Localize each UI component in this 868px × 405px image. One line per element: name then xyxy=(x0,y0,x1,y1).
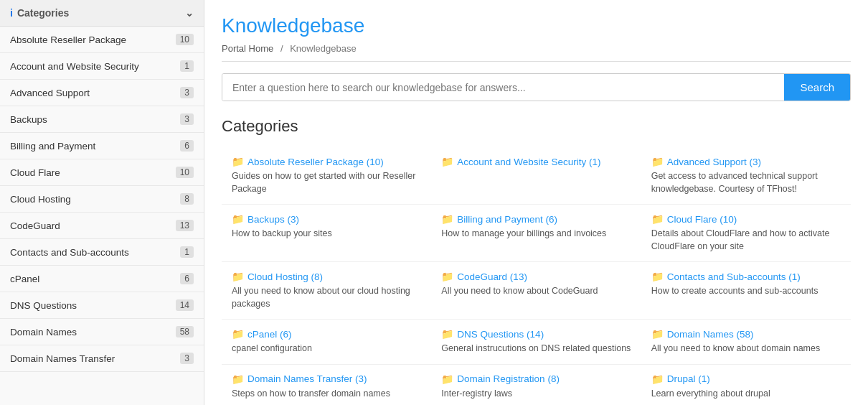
category-link[interactable]: 📁 Domain Names (58) xyxy=(651,328,841,340)
sidebar-item-count: 58 xyxy=(176,326,194,338)
categories-grid: 📁 Absolute Reseller Package (10) Guides … xyxy=(222,147,851,405)
category-link[interactable]: 📁 Contacts and Sub-accounts (1) xyxy=(651,271,841,282)
category-desc: Guides on how to get started with our Re… xyxy=(232,170,421,195)
category-name: Account and Website Security (1) xyxy=(457,157,600,167)
category-link[interactable]: 📁 Domain Registration (8) xyxy=(441,373,631,385)
sidebar-header-label: Categories xyxy=(17,7,69,19)
sidebar-item[interactable]: cPanel6 xyxy=(0,266,204,292)
category-cell: 📁 Absolute Reseller Package (10) Guides … xyxy=(222,147,431,205)
category-link[interactable]: 📁 Drupal (1) xyxy=(651,373,841,385)
category-link[interactable]: 📁 Cloud Hosting (8) xyxy=(232,271,421,282)
category-link[interactable]: 📁 Backups (3) xyxy=(232,213,421,225)
category-link[interactable]: 📁 Absolute Reseller Package (10) xyxy=(232,156,421,167)
sidebar-item-count: 3 xyxy=(180,353,194,364)
breadcrumb-home[interactable]: Portal Home xyxy=(222,43,273,54)
chevron-up-icon[interactable]: ⌄ xyxy=(185,7,194,19)
breadcrumb-separator: / xyxy=(280,43,283,54)
search-button[interactable]: Search xyxy=(784,74,850,101)
sidebar-item[interactable]: DNS Questions14 xyxy=(0,292,204,319)
category-link[interactable]: 📁 Advanced Support (3) xyxy=(651,156,841,167)
sidebar-header: i Categories ⌄ xyxy=(0,0,204,27)
sidebar-item-count: 3 xyxy=(180,113,194,125)
folder-icon: 📁 xyxy=(651,328,664,340)
sidebar-item-count: 10 xyxy=(176,167,194,178)
category-name: Absolute Reseller Package (10) xyxy=(247,157,384,167)
category-cell: 📁 Domain Registration (8) Inter-registry… xyxy=(431,365,641,406)
sidebar-item-label: cPanel xyxy=(10,274,39,284)
sidebar-item-count: 8 xyxy=(180,193,194,205)
category-desc: Learn everything about drupal xyxy=(651,388,841,401)
category-cell: 📁 cPanel (6) cpanel configuration xyxy=(222,320,431,365)
sidebar-item[interactable]: Cloud Hosting8 xyxy=(0,186,204,213)
info-icon: i xyxy=(10,7,13,19)
folder-icon: 📁 xyxy=(651,156,664,167)
main-content: Knowledgebase Portal Home / Knowledgebas… xyxy=(204,0,868,405)
category-cell: 📁 Drupal (1) Learn everything about drup… xyxy=(641,365,851,406)
sidebar-items-list: Absolute Reseller Package10Account and W… xyxy=(0,27,204,372)
folder-icon: 📁 xyxy=(232,373,244,385)
category-link[interactable]: 📁 CodeGuard (13) xyxy=(441,271,631,282)
category-desc: All you need to know about domain names xyxy=(651,343,841,355)
sidebar-item[interactable]: Domain Names Transfer3 xyxy=(0,345,204,372)
folder-icon: 📁 xyxy=(651,373,664,385)
category-name: Backups (3) xyxy=(247,214,299,225)
search-input[interactable] xyxy=(222,74,784,101)
sidebar-item[interactable]: Account and Website Security1 xyxy=(0,53,204,80)
category-desc: Get access to advanced technical support… xyxy=(651,170,841,195)
sidebar-item-count: 13 xyxy=(176,220,194,231)
breadcrumb-current: Knowledgebase xyxy=(290,43,357,54)
sidebar-item-count: 14 xyxy=(176,299,194,311)
sidebar-item[interactable]: Billing and Payment6 xyxy=(0,133,204,159)
category-desc: Details about CloudFlare and how to acti… xyxy=(651,228,841,253)
category-name: Cloud Hosting (8) xyxy=(247,271,323,282)
folder-icon: 📁 xyxy=(441,373,453,385)
category-desc: cpanel configuration xyxy=(232,343,421,355)
folder-icon: 📁 xyxy=(441,213,453,225)
category-link[interactable]: 📁 DNS Questions (14) xyxy=(441,328,631,340)
sidebar-item-label: Domain Names xyxy=(10,327,77,338)
sidebar-item[interactable]: Domain Names58 xyxy=(0,319,204,345)
sidebar-item[interactable]: Cloud Flare10 xyxy=(0,159,204,186)
sidebar-item[interactable]: CodeGuard13 xyxy=(0,213,204,239)
sidebar-item-label: Absolute Reseller Package xyxy=(10,34,126,45)
breadcrumb: Portal Home / Knowledgebase xyxy=(222,43,851,62)
category-cell: 📁 Cloud Hosting (8) All you need to know… xyxy=(222,262,431,320)
folder-icon: 📁 xyxy=(441,328,453,340)
category-desc: How to backup your sites xyxy=(232,228,421,241)
category-link[interactable]: 📁 cPanel (6) xyxy=(232,328,421,340)
sidebar-item-label: Advanced Support xyxy=(10,88,90,98)
category-name: Drupal (1) xyxy=(667,373,710,384)
sidebar-item[interactable]: Advanced Support3 xyxy=(0,80,204,106)
sidebar-item-label: Account and Website Security xyxy=(10,61,139,72)
sidebar-item-count: 10 xyxy=(176,34,194,45)
sidebar-item-count: 6 xyxy=(180,273,194,284)
sidebar-item-label: Cloud Hosting xyxy=(10,194,71,205)
sidebar-item-count: 3 xyxy=(180,87,194,98)
sidebar-item[interactable]: Backups3 xyxy=(0,106,204,133)
category-link[interactable]: 📁 Domain Names Transfer (3) xyxy=(232,373,421,385)
category-link[interactable]: 📁 Cloud Flare (10) xyxy=(651,213,841,225)
folder-icon: 📁 xyxy=(651,213,664,225)
sidebar-item-label: CodeGuard xyxy=(10,220,60,231)
category-cell: 📁 DNS Questions (14) General instrucutio… xyxy=(431,320,641,365)
folder-icon: 📁 xyxy=(441,156,453,167)
category-link[interactable]: 📁 Billing and Payment (6) xyxy=(441,213,631,225)
sidebar-item-label: Backups xyxy=(10,114,47,125)
sidebar-item-count: 6 xyxy=(180,140,194,152)
category-link[interactable]: 📁 Account and Website Security (1) xyxy=(441,156,631,167)
folder-icon: 📁 xyxy=(232,271,244,282)
category-name: Contacts and Sub-accounts (1) xyxy=(667,271,801,282)
category-desc: All you need to know about CodeGuard xyxy=(441,285,631,298)
category-desc: Inter-registry laws xyxy=(441,388,631,401)
page-title: Knowledgebase xyxy=(222,14,851,37)
sidebar-item-label: Domain Names Transfer xyxy=(10,353,115,364)
category-cell: 📁 CodeGuard (13) All you need to know ab… xyxy=(431,262,641,320)
sidebar-item-label: Contacts and Sub-accounts xyxy=(10,247,129,258)
sidebar-item[interactable]: Absolute Reseller Package10 xyxy=(0,27,204,53)
category-name: Cloud Flare (10) xyxy=(667,214,737,225)
sidebar-item[interactable]: Contacts and Sub-accounts1 xyxy=(0,239,204,266)
category-cell: 📁 Account and Website Security (1) xyxy=(431,147,641,205)
category-cell: 📁 Billing and Payment (6) How to manage … xyxy=(431,205,641,262)
category-desc: All you need to know about our cloud hos… xyxy=(232,285,421,310)
sidebar-item-count: 1 xyxy=(180,246,194,258)
